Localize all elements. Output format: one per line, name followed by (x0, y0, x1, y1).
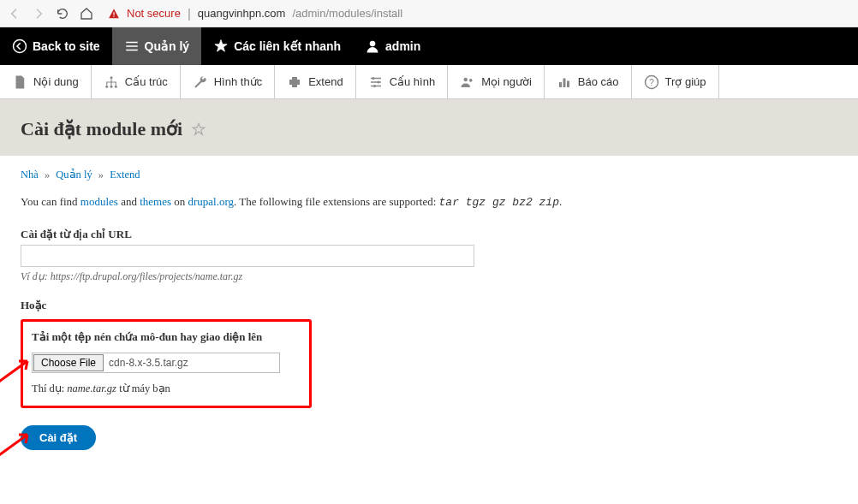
shortcuts-link[interactable]: Các liên kết nhanh (201, 27, 353, 65)
breadcrumb-manage[interactable]: Quản lý (56, 169, 92, 181)
url-field-label: Cài đặt từ địa chỉ URL (21, 228, 837, 241)
svg-point-12 (469, 78, 473, 81)
breadcrumb-extend[interactable]: Extend (110, 169, 140, 181)
nav-appearance[interactable]: Hình thức (181, 65, 275, 98)
breadcrumb-sep: » (95, 169, 107, 181)
selected-file-name: cdn-8.x-3.5.tar.gz (104, 353, 194, 372)
svg-point-11 (464, 77, 468, 81)
breadcrumb-sep: » (41, 169, 53, 181)
url-install-field: Cài đặt từ địa chỉ URL Ví dụ: https://ft… (21, 228, 837, 283)
nav-help-label: Trợ giúp (665, 75, 706, 88)
install-button[interactable]: Cài đặt (21, 425, 96, 450)
puzzle-icon (287, 74, 302, 90)
breadcrumb: Nhà » Quản lý » Extend (21, 168, 837, 181)
svg-text:?: ? (649, 76, 654, 86)
nav-people[interactable]: Mọi người (448, 65, 545, 98)
nav-extend-label: Extend (308, 75, 343, 88)
back-to-site-link[interactable]: Back to site (0, 27, 112, 65)
not-secure-label: Not secure (127, 7, 181, 20)
svg-point-4 (110, 76, 112, 79)
page-title: Cài đặt module mới (21, 118, 182, 140)
manage-label: Quản lý (145, 39, 190, 53)
browser-omnibox[interactable]: Not secure | quangvinhpn.com/admin/modul… (103, 6, 851, 21)
svg-rect-0 (113, 12, 114, 15)
svg-point-10 (373, 85, 376, 87)
browser-home-icon[interactable] (79, 6, 94, 21)
choose-file-button[interactable]: Choose File (33, 354, 104, 371)
browser-forward-icon[interactable] (31, 6, 46, 21)
svg-point-7 (115, 85, 117, 87)
person-icon (365, 39, 380, 54)
browser-reload-icon[interactable] (55, 6, 70, 21)
back-arrow-circle-icon (12, 39, 27, 54)
bar-chart-icon (557, 74, 572, 90)
nav-config[interactable]: Cấu hình (356, 65, 449, 98)
user-account-link[interactable]: admin (353, 27, 432, 65)
user-name-label: admin (385, 39, 420, 53)
upload-field-highlighted: Tải một tệp nén chứa mô-đun hay giao diệ… (21, 319, 312, 408)
url-input[interactable] (21, 245, 474, 267)
back-to-site-label: Back to site (33, 39, 100, 53)
nav-appearance-label: Hình thức (214, 75, 262, 88)
svg-point-8 (372, 77, 374, 80)
svg-point-9 (377, 80, 379, 83)
question-icon: ? (644, 74, 659, 90)
content-region: Nhà » Quản lý » Extend You can find modu… (0, 156, 858, 484)
browser-back-icon[interactable] (7, 6, 22, 21)
svg-rect-14 (563, 78, 565, 87)
nav-structure[interactable]: Cấu trúc (92, 65, 181, 98)
separator-or: Hoặc (21, 299, 837, 312)
structure-icon (104, 74, 119, 90)
drupal-org-link[interactable]: drupal.org (188, 195, 235, 208)
nav-reports-label: Báo cáo (578, 75, 619, 88)
nav-content-label: Nội dung (33, 75, 79, 88)
nav-config-label: Cấu hình (390, 75, 436, 88)
themes-link[interactable]: themes (140, 195, 171, 208)
manage-toggle[interactable]: Quản lý (112, 27, 202, 65)
url-divider: | (188, 6, 191, 21)
url-host: quangvinhpn.com (198, 7, 286, 20)
admin-topbar: Back to site Quản lý Các liên kết nhanh … (0, 27, 858, 65)
nav-content[interactable]: Nội dung (0, 65, 92, 98)
nav-people-label: Mọi người (481, 75, 532, 88)
svg-rect-15 (567, 80, 569, 87)
modules-link[interactable]: modules (80, 195, 118, 208)
people-icon (460, 74, 475, 90)
upload-field-label: Tải một tệp nén chứa mô-đun hay giao diệ… (32, 330, 301, 344)
nav-reports[interactable]: Báo cáo (545, 65, 632, 98)
page-header: Cài đặt module mới (0, 99, 858, 156)
file-input-wrapper[interactable]: Choose File cdn-8.x-3.5.tar.gz (32, 353, 280, 373)
admin-secondary-nav: Nội dung Cấu trúc Hình thức Extend Cấu h… (0, 65, 858, 99)
intro-text: You can find modules and themes on drupa… (21, 193, 837, 212)
nav-help[interactable]: ? Trợ giúp (632, 65, 719, 98)
sliders-icon (368, 74, 384, 90)
warning-icon (108, 8, 120, 20)
url-field-example: Ví dụ: https://ftp.drupal.org/files/proj… (21, 270, 837, 283)
shortcuts-label: Các liên kết nhanh (234, 39, 341, 53)
browser-chrome: Not secure | quangvinhpn.com/admin/modul… (0, 0, 858, 27)
supported-extensions: tar tgz gz bz2 zip (439, 196, 559, 209)
svg-point-5 (105, 85, 108, 87)
document-icon (12, 74, 27, 90)
wrench-icon (193, 74, 208, 90)
star-icon (213, 39, 229, 54)
favorite-star-icon[interactable] (191, 122, 206, 137)
svg-rect-1 (113, 15, 114, 16)
breadcrumb-home[interactable]: Nhà (21, 169, 39, 181)
svg-point-6 (110, 85, 112, 87)
svg-point-2 (14, 40, 27, 53)
nav-extend[interactable]: Extend (275, 65, 355, 98)
hamburger-icon (124, 39, 140, 54)
svg-rect-13 (559, 82, 562, 87)
nav-structure-label: Cấu trúc (125, 75, 168, 88)
url-path: /admin/modules/install (292, 7, 402, 20)
svg-point-3 (370, 41, 375, 46)
upload-example: Thí dụ: name.tar.gz từ máy bạn (32, 382, 301, 395)
